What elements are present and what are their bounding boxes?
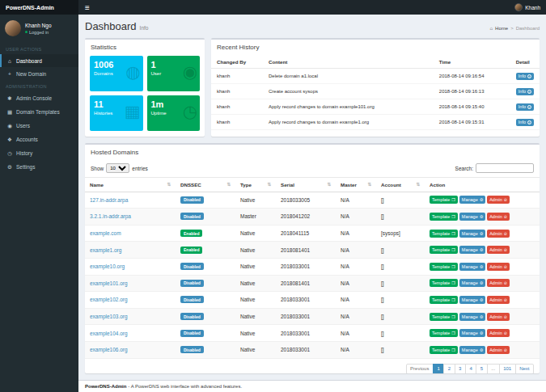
admin-button[interactable]: Admin⊘	[487, 329, 510, 337]
manage-button[interactable]: Manage⚙	[459, 279, 485, 287]
content-cell: Delete domain a1.local	[263, 69, 434, 84]
admin-button[interactable]: Admin⊘	[487, 346, 510, 354]
sidebar-item-dashboard[interactable]: ⌂Dashboard	[0, 54, 78, 67]
page-button-5[interactable]: 5	[476, 364, 487, 373]
sort-icon: ⇅	[226, 182, 231, 187]
template-button[interactable]: Template❐	[430, 279, 458, 287]
plus-icon: +	[6, 71, 13, 77]
stat-tile-uptime[interactable]: 1mUptime◷	[147, 95, 201, 131]
manage-button[interactable]: Manage⚙	[459, 196, 485, 204]
domain-link[interactable]: example104.org	[90, 331, 128, 336]
manage-button[interactable]: Manage⚙	[459, 313, 485, 321]
template-button[interactable]: Template❐	[430, 263, 458, 271]
page-size-select[interactable]: 10	[106, 163, 129, 173]
manage-button[interactable]: Manage⚙	[459, 329, 485, 337]
breadcrumb-separator: >	[510, 26, 514, 31]
search-input[interactable]	[476, 163, 534, 173]
page-button-1[interactable]: 1	[433, 364, 444, 373]
manage-button[interactable]: Manage⚙	[459, 346, 485, 354]
content-cell: Apply record changes to domain example1.…	[263, 115, 434, 130]
sidebar-item-users[interactable]: ◉Users	[0, 119, 78, 133]
page-button-[interactable]: ...	[487, 364, 500, 373]
admin-button[interactable]: Admin⊘	[487, 246, 510, 254]
admin-button[interactable]: Admin⊘	[487, 196, 510, 204]
column-header-account[interactable]: Account⇅	[376, 178, 425, 192]
stat-tile-histories[interactable]: 11Histories▦	[90, 95, 143, 131]
column-header-serial[interactable]: Serial⇅	[276, 178, 336, 192]
type-cell: Native	[235, 192, 276, 209]
sidebar-item-accounts[interactable]: ❖Accounts	[0, 133, 78, 146]
admin-button[interactable]: Admin⊘	[487, 313, 510, 321]
column-header-action[interactable]: Action	[425, 178, 540, 192]
admin-button[interactable]: Admin⊘	[487, 230, 510, 238]
sidebar-section-label: ADMINISTRATION	[0, 80, 78, 91]
domain-link[interactable]: example103.org	[90, 314, 128, 319]
manage-button[interactable]: Manage⚙	[459, 263, 485, 271]
page-button-2[interactable]: 2	[443, 364, 455, 373]
sidebar-item-label: History	[16, 150, 32, 156]
template-button[interactable]: Template❐	[430, 196, 458, 204]
manage-button[interactable]: Manage⚙	[459, 213, 485, 221]
user-menu[interactable]: Khanh	[509, 0, 546, 15]
domain-link[interactable]: example101.org	[90, 280, 128, 286]
admin-button[interactable]: Admin⊘	[487, 263, 510, 271]
sidebar-item-domain-templates[interactable]: ▦Domain Templates	[0, 105, 78, 119]
table-row: khanhDelete domain a1.local2018-08-14 09…	[211, 69, 540, 84]
statistics-title: Statistics	[85, 40, 205, 55]
breadcrumb-home-link[interactable]: Home	[495, 26, 508, 31]
template-button[interactable]: Template❐	[430, 346, 458, 354]
show-label: Show	[91, 166, 104, 171]
domain-link[interactable]: example102.org	[90, 297, 128, 302]
page-button-3[interactable]: 3	[455, 364, 466, 373]
stat-tile-user[interactable]: 1User◉	[147, 56, 201, 91]
domain-link[interactable]: 127.in-addr.arpa	[90, 197, 128, 203]
sidebar-item-admin-console[interactable]: ✱Admin Console	[0, 91, 78, 105]
sidebar-item-label: New Domain	[16, 71, 46, 77]
stat-tile-domains[interactable]: 1006Domains◍	[90, 56, 143, 91]
info-button[interactable]: Infoi	[516, 73, 534, 80]
manage-button[interactable]: Manage⚙	[459, 246, 485, 254]
admin-button[interactable]: Admin⊘	[487, 279, 510, 287]
admin-button[interactable]: Admin⊘	[487, 213, 510, 221]
sidebar-item-history[interactable]: ◷History	[0, 146, 78, 160]
column-header-dnssec[interactable]: DNSSEC⇅	[176, 178, 235, 192]
sidebar-user-status: Logged in	[25, 30, 52, 35]
dnssec-badge: Disabled	[180, 213, 204, 220]
template-button[interactable]: Template❐	[430, 296, 458, 304]
page-button-next[interactable]: Next	[515, 364, 534, 373]
page-button-previous[interactable]: Previous	[406, 364, 434, 373]
page-button-4[interactable]: 4	[465, 364, 476, 373]
template-button[interactable]: Template❐	[430, 246, 458, 254]
page-title: Dashboard	[85, 20, 137, 32]
template-button[interactable]: Template❐	[430, 213, 458, 221]
info-button[interactable]: Infoi	[516, 88, 534, 95]
manage-button[interactable]: Manage⚙	[459, 230, 485, 238]
manage-button[interactable]: Manage⚙	[459, 296, 485, 304]
domain-link[interactable]: 3.2.1.in-addr.arpa	[90, 213, 131, 219]
page-button-101[interactable]: 101	[499, 364, 516, 373]
info-button[interactable]: Infoi	[516, 119, 534, 126]
column-header: Time	[434, 55, 510, 69]
dashboard-icon: ⌂	[6, 58, 13, 64]
admin-button[interactable]: Admin⊘	[487, 296, 510, 304]
sidebar-item-settings[interactable]: ⚙Settings	[0, 160, 78, 174]
column-header-type[interactable]: Type⇅	[235, 178, 276, 192]
gear-icon: ⚙	[480, 197, 483, 202]
template-button[interactable]: Template❐	[430, 329, 458, 337]
calendar-icon: ▦	[125, 103, 141, 120]
domain-link[interactable]: example106.org	[90, 347, 128, 352]
column-header-master[interactable]: Master⇅	[336, 178, 376, 192]
serial-cell: 2018041202	[276, 209, 336, 226]
sidebar-toggle-button[interactable]: ≡	[78, 0, 96, 15]
dnssec-badge: Disabled	[180, 330, 204, 337]
domain-link[interactable]: example1.org	[90, 247, 121, 253]
template-button[interactable]: Template❐	[430, 313, 458, 321]
domain-link[interactable]: example.com	[90, 230, 121, 236]
sidebar-item-new-domain[interactable]: +New Domain	[0, 67, 78, 80]
info-button[interactable]: Infoi	[516, 103, 534, 111]
domain-link[interactable]: example10.org	[90, 263, 125, 269]
hosted-domains-title: Hosted Domains	[85, 145, 540, 160]
column-header-name[interactable]: Name⇅	[85, 178, 176, 192]
template-button[interactable]: Template❐	[430, 230, 458, 238]
serial-cell: 2018033001	[276, 292, 336, 309]
